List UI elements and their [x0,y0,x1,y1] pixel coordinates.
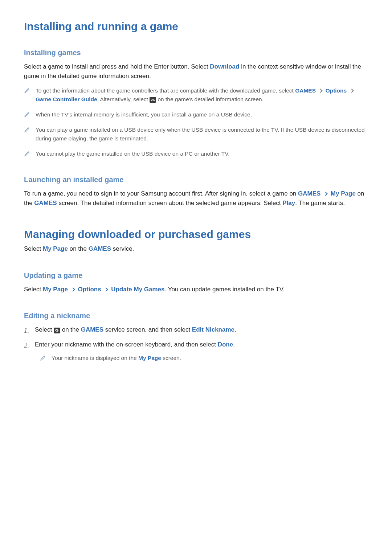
heading-installing-games: Installing games [24,49,368,57]
step-item: Enter your nickname with the on-screen k… [24,340,368,362]
heading-updating-game: Updating a game [24,271,368,280]
pencil-icon [24,150,30,157]
mypage-label: My Page [43,245,68,252]
done-label: Done [218,341,233,348]
note-item: You cannot play the game installed on th… [24,149,368,158]
update-my-games-label: Update My Games [111,286,164,293]
play-label: Play [282,200,295,206]
chevron-right-icon [350,89,354,93]
text: . You can update games installed on the … [165,286,285,293]
text: Select [35,326,54,333]
text: You can play a game installed on a USB d… [36,127,365,141]
heading-editing-nickname: Editing a nickname [24,312,368,320]
page-title-installing: Installing and running a game [24,20,368,33]
updating-paragraph: Select My Page Options Update My Games. … [24,285,368,294]
launching-paragraph: To run a game, you need to sign in to yo… [24,189,368,208]
game-controller-guide-label: Game Controller Guide [36,96,97,102]
text: Select [24,245,43,252]
text: Your nickname is displayed on the [52,355,138,361]
text: When the TV's internal memory is insuffi… [36,111,252,118]
games-label: GAMES [89,245,111,252]
text: on the [68,245,89,252]
nickname-steps: Select on the GAMES service screen, and … [24,325,368,362]
step-item: Select on the GAMES service screen, and … [24,325,368,335]
text: You cannot play the game installed on th… [36,151,230,157]
chevron-right-icon [319,89,323,93]
note-item: When the TV's internal memory is insuffi… [24,110,368,119]
text: Enter your nickname with the on-screen k… [35,341,218,348]
text: service. [111,245,134,252]
pencil-icon [40,354,46,361]
gear-icon [54,328,60,333]
text: screen. The detailed information screen … [57,200,283,206]
chevron-right-icon [104,287,108,291]
sub-note: Your nickname is displayed on the My Pag… [40,354,368,362]
options-label: Options [78,286,101,293]
text: on the [60,326,81,333]
games-label: GAMES [295,87,316,94]
text: Select a game to install and press and h… [24,63,210,70]
pencil-icon [24,111,30,118]
mypage-label: My Page [331,190,356,197]
text: . The game starts. [295,200,345,206]
note-item: To get the information about the game co… [24,86,368,104]
pencil-icon [24,126,30,133]
mypage-label: My Page [43,286,68,293]
text: Select [24,286,43,293]
text: . Alternatively, select [97,96,150,102]
chevron-right-icon [71,287,75,291]
gamepad-icon [150,97,156,103]
managing-intro: Select My Page on the GAMES service. [24,244,368,254]
text: on the game's detailed information scree… [156,96,264,102]
pencil-icon [24,87,30,94]
text: To get the information about the game co… [36,87,295,94]
chevron-right-icon [323,192,327,196]
download-label: Download [210,63,239,70]
text: service screen, and then select [103,326,192,333]
text: screen. [161,355,181,361]
heading-launching-game: Launching an installed game [24,176,368,184]
mypage-label: My Page [138,355,161,361]
options-label: Options [326,87,347,94]
installing-games-paragraph: Select a game to install and press and h… [24,62,368,81]
installing-notes-list: To get the information about the game co… [24,86,368,158]
edit-nickname-label: Edit Nickname [192,326,234,333]
page-title-managing: Managing downloaded or purchased games [24,228,368,241]
games-label: GAMES [81,326,103,333]
games-label: GAMES [34,200,57,206]
note-item: You can play a game installed on a USB d… [24,126,368,143]
text: To run a game, you need to sign in to yo… [24,190,298,197]
games-label: GAMES [298,190,320,197]
